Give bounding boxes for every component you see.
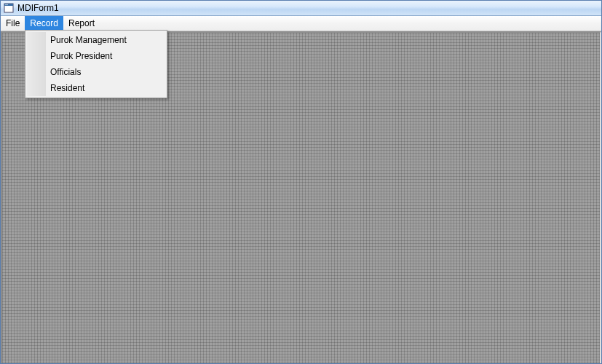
- dropdown-item-label: Purok President: [50, 51, 112, 61]
- menu-item-record[interactable]: Record: [25, 16, 63, 31]
- dropdown-item-resident[interactable]: Resident: [27, 80, 165, 96]
- dropdown-item-purok-management[interactable]: Purok Management: [27, 32, 165, 48]
- record-dropdown: Purok Management Purok President Officia…: [25, 30, 167, 98]
- svg-point-2: [5, 4, 6, 5]
- menubar: File Record Report: [1, 16, 601, 31]
- menu-item-report[interactable]: Report: [63, 16, 100, 31]
- dropdown-item-officials[interactable]: Officials: [27, 64, 165, 80]
- dropdown-item-purok-president[interactable]: Purok President: [27, 48, 165, 64]
- menu-item-file[interactable]: File: [1, 16, 25, 31]
- dropdown-item-label: Purok Management: [50, 35, 127, 45]
- menu-item-label: Record: [30, 18, 58, 28]
- svg-point-3: [7, 4, 7, 5]
- dropdown-item-label: Officials: [50, 67, 81, 77]
- titlebar: MDIForm1: [1, 1, 601, 16]
- menu-item-label: Report: [68, 18, 95, 28]
- dropdown-item-label: Resident: [50, 83, 84, 93]
- window-title: MDIForm1: [17, 3, 59, 13]
- menu-item-label: File: [6, 18, 20, 28]
- form-icon: [4, 3, 14, 13]
